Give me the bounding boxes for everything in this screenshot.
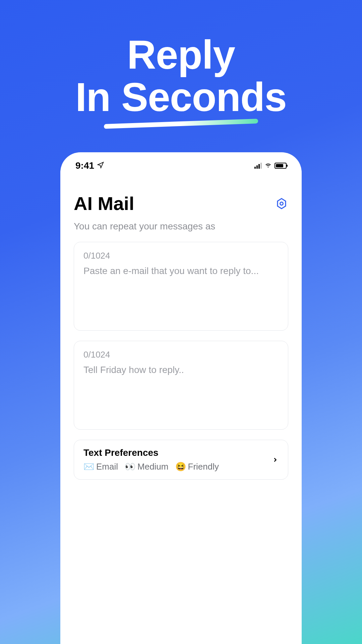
location-icon — [97, 160, 104, 171]
email-char-counter: 0/1024 — [83, 251, 279, 261]
app-title: AI Mail — [74, 193, 134, 214]
signal-icon — [254, 163, 262, 169]
status-bar: 9:41 — [74, 152, 288, 179]
pref-length-label: Medium — [137, 462, 168, 472]
chevron-right-icon — [272, 454, 279, 466]
pref-chip-length: 👀 Medium — [125, 462, 168, 472]
hero-line2: In Seconds — [75, 74, 287, 119]
status-time: 9:41 — [75, 160, 94, 171]
svg-point-1 — [280, 202, 283, 205]
hero-heading: Reply In Seconds — [0, 0, 362, 126]
email-placeholder: Paste an e-mail that you want to reply t… — [83, 264, 279, 277]
instruction-char-counter: 0/1024 — [83, 350, 279, 360]
instruction-placeholder: Tell Friday how to reply.. — [83, 363, 279, 376]
hero-underline — [104, 119, 258, 129]
pref-chip-email: ✉️ Email — [83, 462, 118, 472]
envelope-icon: ✉️ — [83, 462, 94, 472]
pref-email-label: Email — [96, 462, 118, 472]
text-preferences-row[interactable]: Text Preferences ✉️ Email 👀 Medium 😆 Fri… — [74, 440, 288, 480]
email-input-card[interactable]: 0/1024 Paste an e-mail that you want to … — [74, 242, 288, 331]
prefs-title: Text Preferences — [83, 447, 272, 458]
eyes-icon: 👀 — [125, 462, 135, 472]
instruction-input-card[interactable]: 0/1024 Tell Friday how to reply.. — [74, 341, 288, 430]
wifi-icon — [264, 160, 272, 171]
phone-frame: 9:41 AI Mail You can repeat your m — [60, 152, 302, 644]
settings-button[interactable] — [275, 197, 288, 210]
smile-icon: 😆 — [175, 462, 186, 472]
battery-icon — [275, 163, 287, 169]
svg-marker-0 — [278, 199, 286, 209]
pref-chip-tone: 😆 Friendly — [175, 462, 219, 472]
gear-icon — [276, 198, 288, 210]
pref-tone-label: Friendly — [188, 462, 219, 472]
hero-line1: Reply — [127, 32, 235, 77]
app-subtitle: You can repeat your messages as — [74, 221, 288, 232]
